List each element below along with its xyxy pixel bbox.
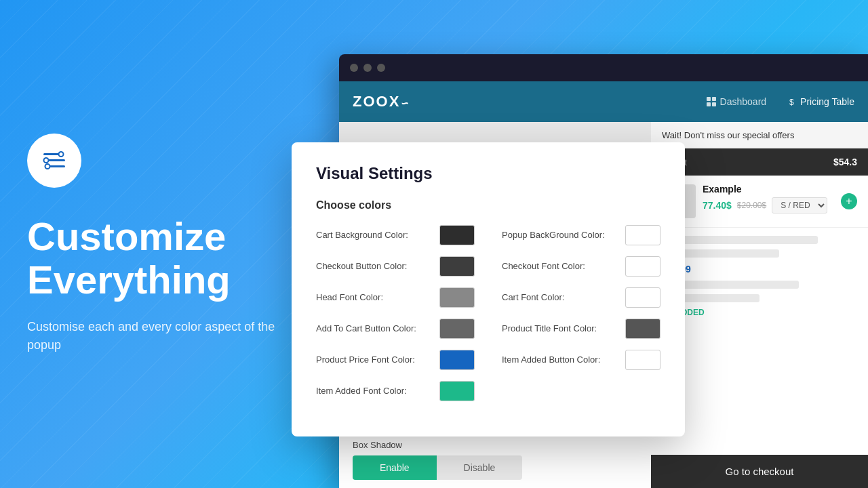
color-row-2-left: Checkout Button Color: [316,256,475,277]
color-row-4-left: Add To Cart Button Color: [316,319,475,339]
color-swatch-checkout-font[interactable] [625,256,660,277]
color-swatch-popup-bg[interactable] [625,225,660,245]
color-swatch-head-font[interactable] [439,287,475,308]
color-label-cart-bg: Cart Background Color: [316,230,431,241]
color-label-item-added-btn: Item Added Button Color: [502,354,617,366]
color-swatch-cart-bg[interactable] [439,225,475,245]
color-swatch-add-cart-btn[interactable] [439,319,475,339]
color-swatch-product-title[interactable] [625,319,660,339]
section-label: Choose colors [316,199,660,211]
color-label-cart-font: Cart Font Color: [502,292,617,304]
modal-overlay: Visual Settings Choose colors Cart Backg… [0,0,868,488]
color-row-5-left: Product Price Font Color: [316,350,475,370]
color-label-head-font: Head Font Color: [316,292,431,304]
color-grid: Cart Background Color: Popup BackGround … [316,225,660,401]
color-row-2-right: Checkout Font Color: [502,256,660,277]
color-row-5-right: Item Added Button Color: [502,350,660,370]
color-row-4-right: Product Title Font Color: [502,319,660,339]
color-row-6-left: Item Added Font Color: [316,381,475,401]
visual-settings-modal: Visual Settings Choose colors Cart Backg… [292,142,685,436]
color-swatch-item-added-font[interactable] [439,381,475,401]
color-label-product-price: Product Price Font Color: [316,354,431,366]
color-row-1-right: Popup BackGround Color: [502,225,660,245]
color-label-item-added-font: Item Added Font Color: [316,386,431,397]
color-swatch-cart-font[interactable] [625,287,660,308]
color-row-3-right: Cart Font Color: [502,287,660,308]
color-row-6-right [502,381,660,401]
color-label-checkout-font: Checkout Font Color: [502,261,617,272]
color-label-checkout-btn: Checkout Button Color: [316,261,431,272]
color-swatch-product-price[interactable] [439,350,475,370]
color-swatch-checkout-btn[interactable] [439,256,475,277]
color-label-add-cart-btn: Add To Cart Button Color: [316,323,431,335]
modal-title: Visual Settings [316,164,660,183]
color-row-3-left: Head Font Color: [316,287,475,308]
color-row-1-left: Cart Background Color: [316,225,475,245]
color-label-popup-bg: Popup BackGround Color: [502,230,617,241]
color-label-product-title: Product Title Font Color: [502,323,617,335]
color-swatch-item-added-btn[interactable] [625,350,660,370]
